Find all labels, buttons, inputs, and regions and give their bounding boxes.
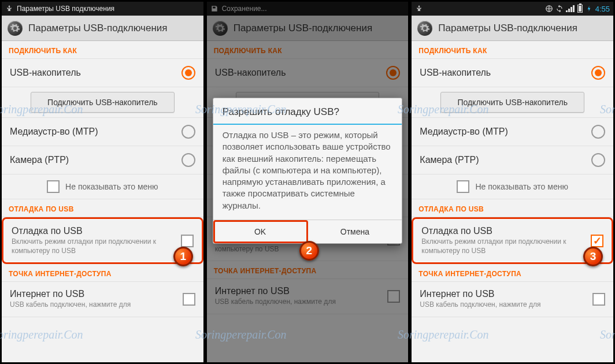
- step-marker-3: 3: [583, 247, 603, 266]
- appbar: Параметры USB-подключения: [412, 16, 613, 41]
- statusbar: Параметры USB подключения: [2, 2, 203, 16]
- connect-storage-button[interactable]: Подключить USB-накопитель: [440, 92, 584, 113]
- radio-icon[interactable]: [181, 125, 195, 139]
- usb-tether-title: Интернет по USB: [420, 289, 587, 299]
- settings-icon: [417, 21, 432, 36]
- option-label: Медиаустр-во (MTP): [420, 127, 586, 137]
- radio-icon: [386, 66, 400, 80]
- statusbar: Сохранение...: [207, 2, 409, 16]
- radio-icon[interactable]: [181, 66, 195, 80]
- option-label: Камера (PTP): [420, 155, 586, 165]
- screen-1: Параметры USB подключения Параметры USB-…: [2, 2, 203, 362]
- usb-tether-row[interactable]: Интернет по USB USB кабель подключен, на…: [412, 282, 613, 317]
- usb-debug-subtitle: Включить режим отладки при подключении к…: [421, 237, 585, 255]
- screen-2: Сохранение... Параметры USB-подключения …: [207, 2, 409, 362]
- option-usb-storage[interactable]: USB-накопитель: [2, 59, 203, 87]
- checkbox-icon[interactable]: [457, 180, 469, 193]
- settings-icon: [8, 21, 23, 36]
- dialog-divider: [213, 124, 402, 125]
- step-marker-2: 2: [299, 241, 319, 261]
- option-label: Камера (PTP): [10, 155, 176, 165]
- dont-show-label: Не показывать это меню: [475, 182, 568, 191]
- usb-tether-row[interactable]: Интернет по USB USB кабель подключен, на…: [2, 282, 203, 317]
- charge-icon: [585, 5, 593, 13]
- checkbox-icon[interactable]: [183, 293, 195, 306]
- dialog-body: Отладка по USB – это режим, который позв…: [213, 129, 402, 220]
- dont-show-row[interactable]: Не показывать это меню: [2, 174, 203, 199]
- save-icon: [210, 5, 218, 13]
- option-label: USB-накопитель: [420, 68, 586, 78]
- usb-tether-subtitle: USB кабель подключен, нажмите для: [10, 300, 177, 310]
- usb-tether-title: Интернет по USB: [10, 289, 177, 299]
- appbar-title: Параметры USB-подключения: [438, 23, 577, 34]
- status-icons: 4:55: [545, 5, 610, 13]
- dont-show-label: Не показывать это меню: [65, 182, 158, 191]
- appbar: Параметры USB-подключения: [207, 16, 409, 41]
- checkbox-icon[interactable]: [181, 235, 194, 247]
- appbar: Параметры USB-подключения: [2, 16, 203, 41]
- checkbox-icon[interactable]: [591, 235, 603, 247]
- statusbar-title: Параметры USB подключения: [17, 5, 114, 13]
- settings-icon: [213, 21, 228, 36]
- battery-icon: [577, 5, 583, 13]
- radio-icon[interactable]: [591, 125, 605, 139]
- dont-show-row[interactable]: Не показывать это меню: [412, 174, 613, 199]
- dialog-title: Разрешить отладку USB?: [213, 98, 402, 124]
- connect-storage-row: Подключить USB-накопитель: [412, 87, 613, 118]
- section-tether: ТОЧКА ИНТЕРНЕТ-ДОСТУПА: [412, 264, 613, 282]
- option-mtp[interactable]: Медиаустр-во (MTP): [412, 118, 613, 146]
- section-tether: ТОЧКА ИНТЕРНЕТ-ДОСТУПА: [2, 264, 203, 282]
- usb-debug-title: Отладка по USB: [421, 226, 585, 236]
- section-connect-as: ПОДКЛЮЧИТЬ КАК: [2, 41, 203, 59]
- section-connect-as: ПОДКЛЮЧИТЬ КАК: [412, 41, 613, 59]
- option-ptp[interactable]: Камера (PTP): [412, 146, 613, 174]
- option-mtp[interactable]: Медиаустр-во (MTP): [2, 118, 203, 146]
- option-label: USB-накопитель: [10, 68, 176, 78]
- section-tether: ТОЧКА ИНТЕРНЕТ-ДОСТУПА: [207, 261, 409, 279]
- sync-icon: [555, 5, 564, 13]
- usb-icon: [5, 5, 13, 13]
- connect-storage-button[interactable]: Подключить USB-накопитель: [31, 92, 175, 113]
- radio-icon[interactable]: [591, 66, 605, 80]
- radio-icon[interactable]: [591, 153, 605, 167]
- checkbox-icon[interactable]: [592, 293, 605, 306]
- usb-tether-subtitle: USB кабель подключен, нажмите для: [420, 300, 587, 310]
- statusbar-title: Сохранение...: [222, 5, 267, 13]
- usb-debug-title: Отладка по USB: [12, 226, 175, 236]
- appbar-title: Параметры USB-подключения: [234, 23, 373, 34]
- screen-3: 4:55 Параметры USB-подключения ПОДКЛЮЧИТ…: [412, 2, 613, 362]
- content: ПОДКЛЮЧИТЬ КАК USB-накопитель Подключить…: [2, 41, 203, 362]
- checkbox-icon: [387, 290, 400, 303]
- usb-tether-row: Интернет по USB USB кабель подключен, на…: [207, 279, 409, 314]
- statusbar: 4:55: [412, 2, 613, 16]
- option-usb-storage: USB-накопитель: [207, 59, 409, 87]
- usb-debug-dialog: Разрешить отладку USB? Отладка по USB – …: [213, 98, 403, 244]
- section-connect-as: ПОДКЛЮЧИТЬ КАК: [207, 41, 409, 59]
- option-ptp[interactable]: Камера (PTP): [2, 146, 203, 174]
- section-usb-debug: ОТЛАДКА ПО USB: [2, 199, 203, 217]
- section-usb-debug: ОТЛАДКА ПО USB: [412, 199, 613, 217]
- radio-icon[interactable]: [181, 153, 195, 167]
- dialog-cancel-button[interactable]: Отмена: [308, 220, 402, 243]
- appbar-title: Параметры USB-подключения: [28, 23, 168, 34]
- content: ПОДКЛЮЧИТЬ КАК USB-накопитель Подключить…: [412, 41, 613, 362]
- clock: 4:55: [595, 5, 610, 13]
- dialog-buttons: OK Отмена: [213, 220, 402, 243]
- step-marker-1: 1: [173, 247, 193, 266]
- dialog-ok-button[interactable]: OK: [213, 220, 308, 243]
- usb-icon: [415, 5, 423, 13]
- checkbox-icon[interactable]: [47, 180, 60, 193]
- option-label: USB-накопитель: [215, 68, 381, 78]
- option-label: Медиаустр-во (MTP): [10, 127, 176, 137]
- signal-icon: [566, 5, 575, 12]
- connect-storage-row: Подключить USB-накопитель: [2, 87, 203, 118]
- option-usb-storage[interactable]: USB-накопитель: [412, 59, 613, 87]
- globe-icon: [545, 5, 553, 13]
- usb-debug-subtitle: Включить режим отладки при подключении к…: [12, 237, 175, 255]
